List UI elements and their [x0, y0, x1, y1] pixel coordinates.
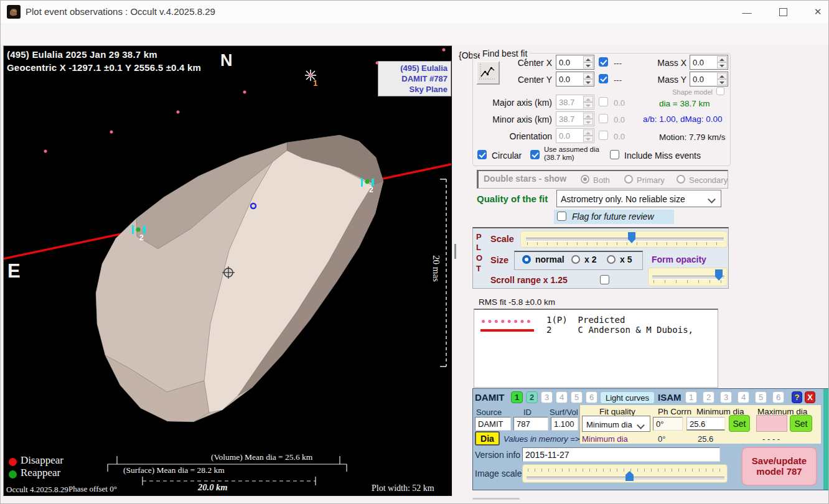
close-button[interactable]: ✕: [805, 1, 829, 23]
center-y-spinner[interactable]: 0.0: [556, 72, 594, 86]
memory-fit-quality: Minimum dia: [582, 434, 628, 444]
plot-canvas[interactable]: (495) Eulalia 2025 Jan 29 38.7 km Geocen…: [4, 46, 451, 495]
reappear-dot-icon: [9, 470, 17, 478]
center-x-checkbox[interactable]: [599, 57, 608, 67]
damit-close-button[interactable]: X: [805, 391, 815, 403]
damit-model-1-button[interactable]: 1: [511, 391, 523, 403]
damit-model-6-button[interactable]: 6: [586, 391, 597, 403]
size-label: Size: [490, 255, 508, 265]
mass-x-value: 0.0: [693, 58, 704, 67]
save-update-button[interactable]: Save/update model 787: [741, 447, 817, 486]
dia-button[interactable]: Dia: [475, 431, 500, 446]
surfvol-field[interactable]: 1.100: [551, 417, 578, 431]
mass-x-spinner[interactable]: 0.0: [690, 55, 728, 70]
mass-y-spinner[interactable]: 0.0: [690, 72, 728, 86]
major-axis-after: 0.0: [614, 98, 625, 108]
info-target: (495) Eulalia: [382, 63, 447, 73]
secondary-radio[interactable]: [677, 175, 685, 184]
center-x-after: ---: [614, 58, 622, 68]
form-opacity-label: Form opacity: [652, 254, 706, 264]
isam-model-6-button[interactable]: 6: [772, 391, 784, 403]
quality-select[interactable]: Astrometry only. No reliable size: [556, 190, 721, 207]
observation-row[interactable]: 1(P) Predicted: [546, 315, 625, 325]
include-miss-checkbox[interactable]: [610, 150, 619, 159]
phase-offset-label: Phase offset 0°: [68, 484, 117, 494]
mass-y-stepper[interactable]: [717, 73, 727, 85]
minimize-button[interactable]: —: [731, 1, 762, 23]
double-stars-label: Double stars - show: [484, 174, 566, 184]
legend-disappear: Disappear: [21, 454, 63, 467]
both-radio[interactable]: [581, 175, 589, 184]
center-y-stepper[interactable]: [583, 73, 593, 85]
memory-ph-corrn: 0°: [658, 434, 665, 444]
maximize-button[interactable]: [767, 1, 799, 23]
damit-help-button[interactable]: ?: [792, 391, 802, 403]
scroll-range-label: Scroll range x 1.25: [490, 275, 568, 285]
minor-axis-checkbox[interactable]: [599, 114, 608, 123]
fit-quality-select[interactable]: Minimum dia: [582, 416, 650, 432]
image-scale-label: Image scale: [475, 469, 522, 478]
minor-axis-spinner: 38.7: [556, 111, 594, 126]
save-update-line1: Save/update: [742, 455, 816, 466]
observations-listbox[interactable]: 1(P) Predicted 2 C Anderson & M Dubois,: [474, 309, 718, 388]
source-field[interactable]: DAMIT: [475, 417, 511, 431]
sky-plane-plot[interactable]: (495) Eulalia 2025 Jan 29 38.7 km Geocen…: [3, 45, 452, 497]
scale-km-label: 20.0 km: [198, 482, 228, 493]
use-assumed-checkbox[interactable]: [530, 150, 540, 159]
maximize-icon: [779, 8, 787, 16]
damit-model-2-button[interactable]: 2: [526, 391, 538, 403]
size-normal-radio[interactable]: [522, 255, 531, 264]
orientation-checkbox[interactable]: [599, 131, 608, 140]
fit-quality-value: Minimum dia: [586, 420, 632, 429]
damit-model-4-button[interactable]: 4: [556, 391, 568, 403]
splitter-handle[interactable]: [454, 244, 456, 259]
values-in-memory-label: Values in memory =>: [503, 434, 579, 444]
isam-model-4-button[interactable]: 4: [738, 391, 749, 403]
plot-title-line1: (495) Eulalia 2025 Jan 29 38.7 km: [7, 49, 157, 60]
center-x-stepper[interactable]: [583, 56, 593, 68]
minimize-icon: —: [742, 7, 752, 17]
light-curves-button[interactable]: Light curves: [600, 391, 655, 404]
version-info-field[interactable]: 2015-11-27: [522, 447, 720, 462]
mass-x-label: Mass X: [642, 58, 686, 68]
center-y-checkbox[interactable]: [599, 74, 608, 83]
size-x5-radio[interactable]: [607, 255, 616, 264]
surface-dia-label: (Surface) Mean dia = 28.2 km: [123, 465, 225, 475]
isam-model-3-button[interactable]: 3: [720, 391, 732, 403]
center-x-spinner[interactable]: 0.0: [556, 55, 594, 70]
size-x2-radio[interactable]: [571, 255, 580, 264]
occult-plot-window: Plot event observations : Occult v.4.202…: [0, 0, 829, 504]
ph-corrn-field[interactable]: 0°: [653, 417, 683, 431]
scale-slider[interactable]: [520, 231, 728, 248]
image-scale-slider[interactable]: [522, 464, 728, 483]
set-maximum-button[interactable]: Set: [790, 415, 812, 432]
scroll-range-checkbox[interactable]: [600, 275, 609, 284]
major-axis-checkbox[interactable]: [599, 97, 608, 106]
circular-checkbox[interactable]: [477, 150, 487, 159]
flag-checkbox[interactable]: [557, 212, 566, 221]
fit-quality-header: Fit quality: [599, 407, 635, 416]
damit-model-5-button[interactable]: 5: [571, 391, 583, 403]
mass-x-stepper[interactable]: [717, 56, 727, 68]
id-field[interactable]: 787: [513, 417, 548, 431]
memory-minimum-dia: 25.6: [698, 434, 713, 444]
minor-axis-value: 38.7: [559, 114, 574, 124]
isam-model-5-button[interactable]: 5: [755, 391, 767, 403]
menu-bar: with Plot... Plot options... Help Keep f…: [1, 23, 829, 45]
observation-row[interactable]: 2 C Anderson & M Dubois,: [546, 325, 693, 335]
flag-label: Flag for future review: [572, 212, 654, 222]
damit-model-3-button[interactable]: 3: [541, 391, 553, 403]
save-update-line2: model 787: [742, 466, 816, 477]
maximum-dia-field[interactable]: [756, 415, 787, 432]
isam-model-2-button[interactable]: 2: [703, 391, 714, 403]
minimum-dia-field[interactable]: 25.6: [686, 417, 725, 431]
resize-grip[interactable]: [472, 498, 520, 500]
primary-radio[interactable]: [624, 175, 633, 184]
isam-model-1-button[interactable]: 1: [685, 391, 697, 403]
damit-title: DAMIT: [475, 392, 505, 403]
both-label: Both: [593, 175, 610, 185]
set-minimum-button[interactable]: Set: [729, 415, 750, 432]
shape-model-checkbox[interactable]: [716, 87, 724, 95]
primary-label: Primary: [637, 175, 665, 185]
disappear-dot-icon: [9, 458, 17, 466]
